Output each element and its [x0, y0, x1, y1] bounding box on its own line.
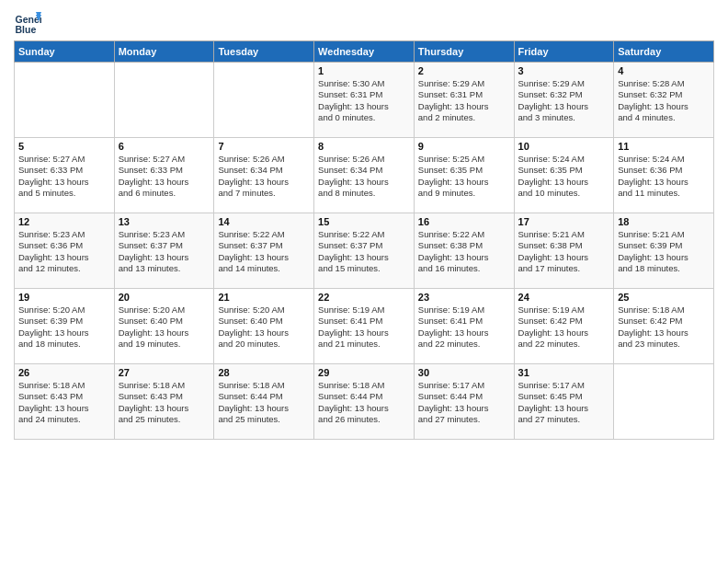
day-info: Sunset: 6:39 PM	[18, 316, 110, 327]
day-info: and 23 minutes.	[618, 339, 710, 350]
calendar-cell: 17Sunrise: 5:21 AMSunset: 6:38 PMDayligh…	[514, 213, 614, 289]
day-info: Daylight: 13 hours	[18, 403, 110, 414]
calendar-cell: 2Sunrise: 5:29 AMSunset: 6:31 PMDaylight…	[414, 63, 514, 138]
day-info: Sunrise: 5:24 AM	[618, 154, 710, 165]
day-info: Daylight: 13 hours	[18, 177, 110, 188]
day-info: Sunset: 6:34 PM	[318, 165, 410, 176]
day-number: 16	[418, 216, 510, 227]
day-info: Sunset: 6:44 PM	[318, 391, 410, 402]
day-info: and 6 minutes.	[119, 188, 210, 199]
day-number: 5	[18, 141, 110, 152]
day-info: Daylight: 13 hours	[618, 101, 710, 112]
day-info: Sunrise: 5:29 AM	[418, 78, 510, 89]
calendar-cell: 10Sunrise: 5:24 AMSunset: 6:35 PMDayligh…	[514, 138, 614, 213]
week-row: 1Sunrise: 5:30 AMSunset: 6:31 PMDaylight…	[15, 63, 714, 138]
day-info: Sunrise: 5:27 AM	[18, 154, 110, 165]
day-info: Sunrise: 5:18 AM	[618, 304, 710, 316]
calendar-cell: 6Sunrise: 5:27 AMSunset: 6:33 PMDaylight…	[114, 138, 214, 213]
day-info: Daylight: 13 hours	[218, 177, 310, 188]
header-row: SundayMondayTuesdayWednesdayThursdayFrid…	[15, 41, 714, 63]
day-info: Daylight: 13 hours	[418, 327, 510, 339]
calendar-cell: 15Sunrise: 5:22 AMSunset: 6:37 PMDayligh…	[314, 213, 415, 289]
calendar-cell: 22Sunrise: 5:19 AMSunset: 6:41 PMDayligh…	[314, 289, 415, 364]
day-info: and 26 minutes.	[318, 414, 410, 425]
weekday-header: Tuesday	[214, 41, 314, 63]
day-info: Daylight: 13 hours	[618, 252, 710, 263]
calendar-table: SundayMondayTuesdayWednesdayThursdayFrid…	[14, 40, 714, 440]
day-info: Sunset: 6:35 PM	[518, 165, 610, 176]
day-info: and 24 minutes.	[18, 414, 110, 425]
calendar-cell: 3Sunrise: 5:29 AMSunset: 6:32 PMDaylight…	[514, 63, 614, 138]
day-info: Sunset: 6:38 PM	[518, 240, 610, 251]
day-info: and 22 minutes.	[418, 339, 510, 350]
day-info: Sunrise: 5:29 AM	[518, 78, 610, 89]
weekday-header: Friday	[514, 41, 614, 63]
calendar-cell: 19Sunrise: 5:20 AMSunset: 6:39 PMDayligh…	[15, 289, 115, 364]
day-info: Sunset: 6:41 PM	[318, 316, 410, 327]
day-number: 24	[518, 292, 610, 303]
day-info: and 17 minutes.	[518, 263, 610, 274]
day-number: 30	[418, 367, 510, 378]
day-info: and 4 minutes.	[618, 112, 710, 123]
calendar-cell: 12Sunrise: 5:23 AMSunset: 6:36 PMDayligh…	[15, 213, 115, 289]
calendar-cell: 21Sunrise: 5:20 AMSunset: 6:40 PMDayligh…	[214, 289, 314, 364]
day-info: Sunset: 6:43 PM	[119, 391, 210, 402]
day-info: and 27 minutes.	[518, 414, 610, 425]
day-info: and 11 minutes.	[618, 188, 710, 199]
day-number: 8	[318, 141, 410, 152]
day-info: Sunset: 6:32 PM	[518, 89, 610, 100]
day-info: Sunrise: 5:18 AM	[119, 380, 210, 391]
day-number: 26	[18, 367, 110, 378]
day-info: and 22 minutes.	[518, 339, 610, 350]
day-info: Sunset: 6:42 PM	[618, 316, 710, 327]
day-info: Sunrise: 5:17 AM	[518, 380, 610, 391]
calendar-cell	[214, 63, 314, 138]
day-info: and 14 minutes.	[218, 263, 310, 274]
day-info: and 18 minutes.	[18, 339, 110, 350]
week-row: 12Sunrise: 5:23 AMSunset: 6:36 PMDayligh…	[15, 213, 714, 289]
day-info: Sunset: 6:40 PM	[218, 316, 310, 327]
day-info: and 27 minutes.	[418, 414, 510, 425]
day-info: Sunset: 6:45 PM	[518, 391, 610, 402]
day-info: Sunset: 6:38 PM	[418, 240, 510, 251]
calendar-cell	[614, 364, 714, 440]
day-info: Sunrise: 5:22 AM	[218, 229, 310, 240]
day-info: Daylight: 13 hours	[418, 403, 510, 414]
day-info: and 13 minutes.	[119, 263, 210, 274]
day-info: Sunset: 6:36 PM	[18, 240, 110, 251]
day-number: 14	[218, 216, 310, 227]
day-info: Sunset: 6:40 PM	[119, 316, 210, 327]
weekday-header: Wednesday	[314, 41, 415, 63]
day-info: Sunrise: 5:30 AM	[318, 78, 410, 89]
calendar-cell: 26Sunrise: 5:18 AMSunset: 6:43 PMDayligh…	[15, 364, 115, 440]
day-info: Sunset: 6:31 PM	[318, 89, 410, 100]
day-number: 7	[218, 141, 310, 152]
day-number: 23	[418, 292, 510, 303]
calendar-cell: 30Sunrise: 5:17 AMSunset: 6:44 PMDayligh…	[414, 364, 514, 440]
day-number: 22	[318, 292, 410, 303]
day-info: and 10 minutes.	[518, 188, 610, 199]
day-number: 28	[218, 367, 310, 378]
day-info: and 18 minutes.	[618, 263, 710, 274]
day-info: Daylight: 13 hours	[318, 252, 410, 263]
calendar-cell	[15, 63, 115, 138]
day-number: 11	[618, 141, 710, 152]
day-number: 6	[119, 141, 210, 152]
day-info: Sunrise: 5:21 AM	[618, 229, 710, 240]
calendar-cell: 20Sunrise: 5:20 AMSunset: 6:40 PMDayligh…	[114, 289, 214, 364]
day-info: Daylight: 13 hours	[218, 403, 310, 414]
week-row: 26Sunrise: 5:18 AMSunset: 6:43 PMDayligh…	[15, 364, 714, 440]
day-info: Sunset: 6:36 PM	[618, 165, 710, 176]
day-info: Daylight: 13 hours	[518, 252, 610, 263]
day-info: Sunrise: 5:20 AM	[218, 304, 310, 316]
day-info: Sunrise: 5:23 AM	[18, 229, 110, 240]
day-info: Daylight: 13 hours	[618, 327, 710, 339]
day-info: and 21 minutes.	[318, 339, 410, 350]
day-info: Sunrise: 5:21 AM	[518, 229, 610, 240]
day-info: Sunset: 6:31 PM	[418, 89, 510, 100]
day-info: and 5 minutes.	[18, 188, 110, 199]
day-info: Sunrise: 5:18 AM	[18, 380, 110, 391]
day-info: Sunrise: 5:20 AM	[119, 304, 210, 316]
day-info: Daylight: 13 hours	[318, 403, 410, 414]
calendar-cell: 8Sunrise: 5:26 AMSunset: 6:34 PMDaylight…	[314, 138, 415, 213]
